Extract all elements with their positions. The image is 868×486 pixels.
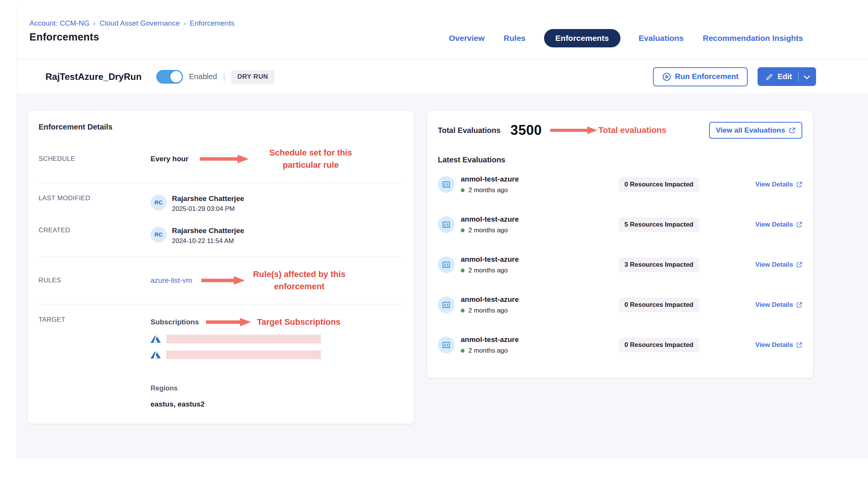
- external-link-icon: [796, 262, 802, 268]
- tab-enforcements[interactable]: Enforcements: [544, 29, 620, 47]
- breadcrumb: Account: CCM-NG › Cloud Asset Governance…: [29, 19, 235, 28]
- evaluation-meta: 2 months ago: [461, 267, 619, 274]
- resources-impacted-badge: 5 Resources Impacted: [619, 217, 699, 232]
- target-block: Subscriptions Target Subscriptions Regio…: [151, 316, 403, 409]
- external-link-icon: [796, 342, 802, 348]
- evaluation-row: anmol-test-azure 2 months ago 5 Resource…: [438, 204, 802, 245]
- divider: |: [223, 72, 225, 81]
- schedule-row: SCHEDULE Every hour Schedule set for thi…: [39, 147, 403, 171]
- view-details-label: View Details: [755, 341, 793, 349]
- breadcrumb-account[interactable]: Account: CCM-NG: [29, 19, 89, 28]
- evaluation-info: anmol-test-azure 2 months ago: [461, 295, 619, 314]
- evaluation-info: anmol-test-azure 2 months ago: [461, 175, 619, 194]
- evaluation-info: anmol-test-azure 2 months ago: [461, 255, 619, 274]
- rules-annotation: Rule(s) affected by this enforcement: [253, 268, 346, 293]
- evaluation-time: 2 months ago: [468, 267, 508, 274]
- rules-row: RULES azure-list-vm Rule(s) affected by …: [39, 268, 403, 293]
- status-dot: [461, 188, 465, 192]
- policy-code-icon: [438, 256, 455, 273]
- view-details-label: View Details: [755, 261, 793, 269]
- schedule-annotation: Schedule set for this particular rule: [257, 147, 364, 171]
- enabled-toggle[interactable]: [156, 70, 183, 84]
- view-details-label: View Details: [755, 181, 793, 188]
- schedule-label: SCHEDULE: [39, 155, 151, 163]
- rule-link[interactable]: azure-list-vm: [151, 276, 192, 285]
- run-enforcement-button[interactable]: Run Enforcement: [653, 67, 748, 86]
- dry-run-badge: DRY RUN: [231, 70, 274, 84]
- evaluation-name: anmol-test-azure: [461, 335, 619, 344]
- evaluation-name: anmol-test-azure: [461, 215, 619, 224]
- policy-code-icon: [438, 337, 455, 353]
- chevron-down-icon: [804, 75, 810, 79]
- evaluations-header: Total Evaluations 3500 Total evaluations…: [438, 122, 802, 139]
- edit-button-label: Edit: [777, 72, 792, 81]
- tab-overview[interactable]: Overview: [448, 29, 485, 47]
- enforcement-toolbar: RajTestAzure_DryRun Enabled | DRY RUN Ru…: [17, 59, 868, 94]
- breadcrumb-separator-icon: ›: [93, 19, 96, 28]
- total-evaluations-value: 3500: [510, 122, 542, 138]
- status-dot: [461, 349, 465, 353]
- status-dot: [461, 228, 465, 232]
- created-person: RC Rajarshee Chatterjee 2024-10-22 11:54…: [151, 227, 403, 245]
- edit-menu-button[interactable]: [798, 70, 816, 84]
- view-details-link[interactable]: View Details: [745, 181, 802, 188]
- last-modified-name: Rajarshee Chatterjee: [172, 194, 244, 203]
- app-panel: Account: CCM-NG › Cloud Asset Governance…: [17, 5, 868, 458]
- breadcrumb-separator-icon: ›: [184, 19, 186, 28]
- view-details-link[interactable]: View Details: [745, 301, 802, 309]
- enforcement-details-card: Enforcement Details SCHEDULE Every hour …: [28, 110, 414, 424]
- evaluation-info: anmol-test-azure 2 months ago: [461, 215, 619, 234]
- redacted-subscription-name: [166, 350, 321, 359]
- target-label: TARGET: [39, 316, 151, 324]
- policy-code-icon: [438, 296, 455, 313]
- view-details-link[interactable]: View Details: [745, 341, 802, 349]
- tab-recommendation-insights[interactable]: Recommendation Insights: [702, 29, 804, 47]
- schedule-value: Every hour: [151, 155, 188, 163]
- azure-icon: [151, 335, 161, 343]
- policy-code-icon: [438, 176, 455, 193]
- evaluation-info: anmol-test-azure 2 months ago: [461, 335, 619, 355]
- breadcrumb-governance[interactable]: Cloud Asset Governance: [99, 19, 180, 28]
- latest-evaluations-title: Latest Evaluations: [438, 156, 802, 164]
- rules-value-line: azure-list-vm Rule(s) affected by this e…: [151, 268, 403, 293]
- created-name: Rajarshee Chatterjee: [172, 227, 244, 235]
- external-link-icon: [796, 222, 802, 228]
- evaluation-row: anmol-test-azure 2 months ago 0 Resource…: [438, 325, 802, 365]
- policy-code-icon: [438, 216, 455, 233]
- evaluations-card: Total Evaluations 3500 Total evaluations…: [427, 110, 813, 378]
- evaluation-name: anmol-test-azure: [461, 255, 619, 264]
- details-card-title: Enforcement Details: [39, 123, 403, 131]
- evaluation-time: 2 months ago: [468, 227, 508, 234]
- evaluation-meta: 2 months ago: [461, 307, 619, 314]
- main-content: Enforcement Details SCHEDULE Every hour …: [17, 94, 868, 458]
- play-circle-icon: [662, 72, 671, 81]
- annotation-arrow-icon: [199, 154, 249, 164]
- view-details-link[interactable]: View Details: [745, 221, 802, 228]
- breadcrumb-enforcements[interactable]: Enforcements: [190, 19, 235, 28]
- evaluation-time: 2 months ago: [468, 186, 508, 194]
- edit-split-button: Edit: [758, 67, 816, 86]
- tab-rules[interactable]: Rules: [503, 29, 526, 47]
- evaluation-row: anmol-test-azure 2 months ago 0 Resource…: [438, 285, 802, 325]
- view-details-link[interactable]: View Details: [745, 261, 802, 269]
- annotation-arrow-icon: [205, 317, 252, 327]
- last-modified-person: RC Rajarshee Chatterjee 2025-01-29 03:04…: [151, 194, 403, 213]
- rules-label: RULES: [39, 277, 151, 284]
- tab-evaluations[interactable]: Evaluations: [638, 29, 685, 47]
- subscription-item: [151, 335, 403, 343]
- subscriptions-annotation: Target Subscriptions: [257, 316, 340, 328]
- last-modified-row: LAST MODIFIED RC Rajarshee Chatterjee 20…: [39, 194, 403, 213]
- annotation-arrow-icon: [549, 126, 598, 135]
- view-all-evaluations-button[interactable]: View all Evaluations: [709, 122, 802, 139]
- resources-impacted-badge: 0 Resources Impacted: [619, 298, 699, 312]
- pencil-icon: [765, 73, 774, 81]
- edit-button[interactable]: Edit: [758, 67, 798, 86]
- last-modified-label: LAST MODIFIED: [39, 194, 151, 202]
- toggle-label: Enabled: [189, 72, 217, 81]
- header-left: Account: CCM-NG › Cloud Asset Governance…: [29, 17, 235, 43]
- subscription-item: [151, 350, 403, 359]
- view-details-label: View Details: [755, 221, 793, 228]
- evaluation-meta: 2 months ago: [461, 347, 619, 355]
- subscriptions-label: Subscriptions: [151, 318, 199, 326]
- divider: [39, 183, 403, 183]
